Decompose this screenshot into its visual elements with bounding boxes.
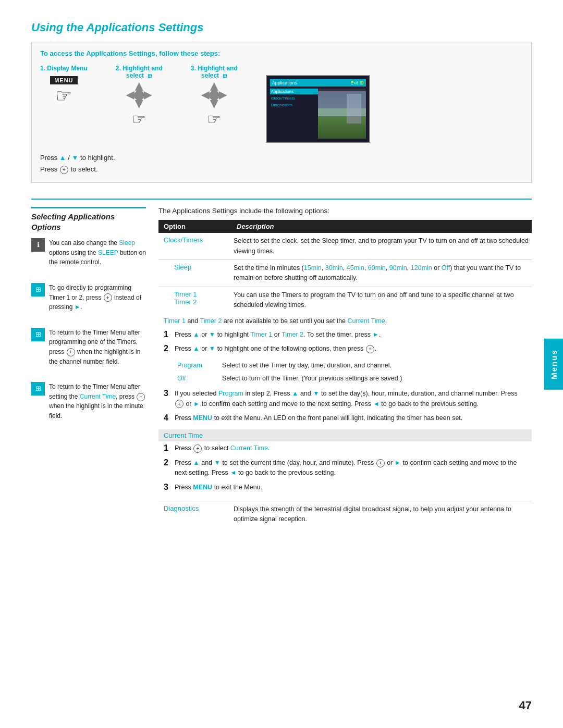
- press-label-2: Press: [40, 165, 59, 173]
- sidebar-note-1: ℹ You can also change the Sleep options …: [31, 238, 146, 267]
- screen-item-1: Applications: [270, 89, 318, 94]
- note4-text3: when the highlight is in the minute fiel…: [49, 402, 143, 419]
- dpad-down-2: [210, 100, 218, 108]
- step3-text: Highlight andselect: [198, 65, 238, 79]
- left-sidebar: Selecting Applications Options ℹ You can…: [31, 207, 146, 535]
- table-row-timers: Timer 1 Timer 2 You can use the Timers t…: [158, 287, 532, 313]
- menu-button-icon: MENU ☞: [50, 76, 77, 105]
- step1-number: 1.: [40, 65, 45, 72]
- dpad-icon-1: ☞: [125, 81, 153, 127]
- dpad-left-2: [201, 91, 210, 100]
- note-icon-3: ⊞: [31, 328, 45, 341]
- ct-step-text-1: Press + to select Current Time.: [175, 443, 270, 453]
- table-row-sleep: Sleep Set the time in minutes (15min, 30…: [158, 260, 532, 287]
- circle-ct1: +: [193, 445, 202, 453]
- step2-text: Highlight andselect: [123, 65, 163, 79]
- press-slash: /: [68, 154, 71, 162]
- note-text-1: You can also change the Sleep options us…: [49, 238, 146, 267]
- timer-step-4: 4 Press MENU to exit the Menu. An LED on…: [164, 413, 527, 423]
- step3-number: 3.: [191, 65, 196, 72]
- dpad-icon-2: ☞: [200, 81, 228, 127]
- right-tab-label: Menus: [549, 349, 558, 379]
- dpad-center-1: [134, 90, 144, 101]
- screen-exit-label: Exit ⊞: [350, 80, 364, 85]
- note-text-4: To return to the Timer Menu after settin…: [49, 382, 146, 421]
- dpad-up-1: [135, 82, 143, 91]
- timer2-s1: Timer 2: [282, 331, 303, 338]
- page-number: 47: [519, 699, 532, 712]
- circle-ct2a: +: [376, 459, 385, 467]
- page-title: Using the Applications Settings: [31, 21, 532, 34]
- step2-label: 2. Highlight andselect ⊞: [116, 65, 163, 79]
- sidebar-title: Selecting Applications Options: [31, 207, 146, 232]
- sidebar-note-2: ⊞ To go directly to programming Timer 1 …: [31, 283, 146, 312]
- instruction-box: To access the Applications Settings, fol…: [31, 42, 532, 183]
- time-90min: 90min: [389, 264, 407, 272]
- note-text-2: To go directly to programming Timer 1 or…: [49, 283, 146, 312]
- section-intro: The Applications Settings include the fo…: [158, 207, 532, 215]
- col-option: Option: [158, 220, 231, 233]
- dpad-center-2: [209, 90, 219, 101]
- section-rule: [31, 199, 532, 200]
- down-arrow: ▼: [72, 154, 79, 162]
- option-name-clock: Clock/Timers: [158, 233, 231, 260]
- dpad-up-2: [210, 82, 218, 91]
- screen-menu-bar: Applications Exit ⊞: [270, 79, 366, 87]
- col-description: Description: [231, 220, 532, 233]
- table-row-diagnostics: Diagnostics Displays the strength of the…: [158, 501, 532, 527]
- option-desc-diagnostics: Displays the strength of the terrestrial…: [231, 501, 532, 527]
- options-table: Option Description Clock/Timers Select t…: [158, 220, 532, 528]
- note1-sleep-upper: SLEEP: [98, 249, 118, 256]
- time-45min: 45min: [347, 264, 364, 272]
- program-label: Program: [177, 362, 202, 369]
- timer1-s1: Timer 1: [250, 331, 272, 338]
- dpad-right-2: [219, 91, 227, 100]
- hand-icon-2: ☞: [132, 112, 146, 127]
- avail-note-cell: Timer 1 and Timer 2 are not available to…: [158, 313, 532, 327]
- circle-s3a: +: [175, 400, 183, 408]
- step-text-1: Press ▲ or ▼ to highlight Timer 1 or Tim…: [175, 330, 381, 340]
- ct-step-num-1: 1: [164, 443, 168, 453]
- screen-app-label: Applications: [272, 80, 298, 85]
- step3-icon: ⊞: [223, 73, 227, 79]
- arrow-left-s3: ◄: [373, 400, 379, 408]
- ct-step-text-3: Press MENU to exit the Menu.: [175, 483, 262, 492]
- ct-step-3: 3 Press MENU to exit the Menu.: [164, 483, 527, 492]
- dpad-2: [200, 81, 228, 109]
- menu-label: MENU: [50, 76, 77, 84]
- arrow-down-ct2: ▼: [214, 459, 221, 466]
- step-num-2: 2: [164, 344, 168, 353]
- arrow-up-s2: ▲: [193, 345, 199, 352]
- off-label: Off: [177, 375, 186, 382]
- note-icon-1: ℹ: [31, 238, 45, 252]
- note4-text2: , press: [116, 393, 134, 400]
- press-label-1: Press: [40, 154, 59, 162]
- press-select-text: to select.: [70, 165, 97, 173]
- sub-desc-off: Select to turn off the Timer. (Your prev…: [220, 373, 525, 385]
- time-30min: 30min: [325, 264, 343, 272]
- hand-icon-1: ☞: [55, 87, 72, 105]
- option-desc-timers: You can use the Timers to program the TV…: [231, 287, 532, 313]
- current-time-ref1: Current Time: [348, 317, 385, 325]
- step-num-1: 1: [164, 330, 168, 339]
- note1-before: You can also change the: [49, 239, 119, 246]
- time-15min: 15min: [304, 264, 322, 272]
- step1-group: 1. Display Menu MENU ☞: [40, 65, 88, 105]
- ct-step-1: 1 Press + to select Current Time.: [164, 443, 527, 453]
- step3-label: 3. Highlight andselect ⊞: [191, 65, 238, 79]
- ct-step-num-3: 3: [164, 483, 168, 492]
- sub-name-off: Off: [177, 373, 219, 385]
- up-arrow: ▲: [59, 154, 66, 162]
- note1-after: options using the: [49, 249, 98, 256]
- press-highlight-text: to highlight.: [80, 154, 115, 162]
- circle-icon-3: +: [67, 348, 75, 356]
- timer-step-2: 2 Press ▲ or ▼ to highlight one of the f…: [164, 344, 527, 354]
- ct-step-2: 2 Press ▲ and ▼ to set the current time …: [164, 458, 527, 478]
- timer-step-3: 3 If you selected Program in step 2, Pre…: [164, 389, 527, 409]
- step-num-3: 3: [164, 389, 168, 398]
- option-desc-sleep: Set the time in minutes (15min, 30min, 4…: [231, 260, 532, 287]
- note-icon-4: ⊞: [31, 382, 45, 396]
- step3-group: 3. Highlight andselect ⊞ ☞: [191, 65, 238, 127]
- dpad-right-1: [144, 91, 152, 100]
- table-row-current-time-header: Current Time: [158, 429, 532, 441]
